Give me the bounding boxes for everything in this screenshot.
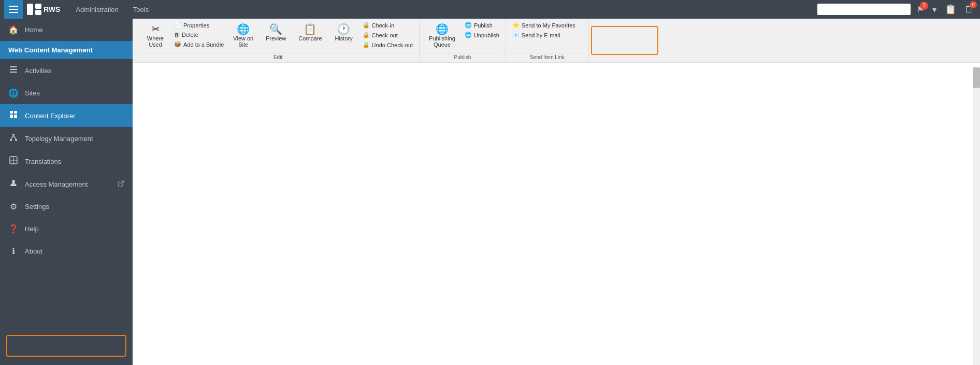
ribbon-btn-publishing-queue[interactable]: 🌐 PublishingQueue — [424, 21, 460, 51]
check-out-icon: 🔒 — [363, 32, 370, 38]
ribbon-btn-view-on-site[interactable]: 🌐 View onSite — [228, 21, 258, 51]
ribbon-col-publish-small: 🌐 Publish 🌐 Unpublish — [463, 21, 501, 39]
ribbon-btn-check-out[interactable]: 🔒 Check-out — [361, 31, 415, 39]
ribbon-btn-check-out-label: Check-out — [372, 32, 398, 38]
delete-icon: 🗑 — [174, 32, 180, 38]
settings-icon: ⚙ — [8, 202, 19, 212]
sidebar-item-translations[interactable]: Translations — [0, 150, 133, 173]
ribbon-send-items: ⭐ Send to My Favorites 📧 Send by E-mail — [510, 21, 584, 51]
sidebar: 🏠 Home Web Content Management Activities… — [0, 19, 133, 365]
view-on-site-icon: 🌐 — [237, 24, 250, 34]
logo-text: RWS — [44, 5, 60, 13]
top-bar: RWS Administration Tools ⚑ 1 ▾ 📋 🗒 0 — [0, 0, 980, 19]
ribbon-btn-check-in[interactable]: 🔒 Check-in — [361, 21, 415, 30]
clipboard-icon[interactable]: 📋 — [943, 2, 958, 17]
svg-rect-6 — [10, 111, 13, 114]
sidebar-item-topology[interactable]: Topology Management — [0, 127, 133, 150]
publish-icon: 🌐 — [465, 22, 472, 29]
sidebar-item-activities-label: Activities — [25, 67, 51, 75]
sidebar-bottom-highlight — [6, 335, 126, 357]
sidebar-item-content-explorer-label: Content Explorer — [25, 112, 76, 120]
ribbon-btn-delete-label: Delete — [182, 32, 198, 38]
home-icon: 🏠 — [8, 25, 19, 35]
sidebar-item-sites[interactable]: 🌐 Sites — [0, 82, 133, 104]
ribbon-btn-send-by-email[interactable]: 📧 Send by E-mail — [510, 31, 578, 39]
ribbon-btn-add-to-bundle-label: Add to a Bundle — [183, 41, 224, 48]
svg-rect-7 — [14, 111, 17, 114]
badge-zero-icon[interactable]: 🗒 0 — [962, 2, 976, 17]
sidebar-item-access-management[interactable]: Access Management — [0, 173, 133, 195]
top-navigation: Administration Tools — [68, 0, 156, 19]
nav-administration[interactable]: Administration — [68, 0, 125, 19]
external-link-icon — [118, 180, 124, 188]
add-to-bundle-icon: 📦 — [174, 41, 181, 48]
ribbon-btn-publish[interactable]: 🌐 Publish — [463, 21, 501, 30]
svg-line-14 — [13, 136, 16, 139]
where-used-icon: ✂ — [151, 24, 160, 34]
ribbon-btn-add-to-bundle[interactable]: 📦 Add to a Bundle — [172, 40, 226, 49]
svg-line-13 — [11, 136, 13, 139]
ribbon: ✂ WhereUsed 📄 Properties 🗑 Delete 📦 Add … — [133, 19, 980, 63]
activities-icon — [8, 65, 19, 76]
ribbon-btn-compare[interactable]: 📋 Compare — [293, 21, 327, 45]
notification-badge: 1 — [920, 2, 928, 10]
svg-rect-2 — [35, 10, 41, 15]
sidebar-item-help[interactable]: ❓ Help — [0, 218, 133, 240]
flag-icon[interactable]: ⚑ 1 — [915, 3, 926, 17]
sidebar-item-help-label: Help — [25, 225, 39, 233]
ribbon-btn-publish-label: Publish — [474, 22, 493, 29]
ribbon-btn-undo-check-out-label: Undo Check-out — [372, 42, 413, 48]
sidebar-item-home[interactable]: 🏠 Home — [0, 19, 133, 41]
ribbon-btn-unpublish[interactable]: 🌐 Unpublish — [463, 31, 501, 39]
scroll-indicator[interactable] — [973, 67, 980, 365]
search-input[interactable] — [817, 4, 911, 15]
sidebar-item-activities[interactable]: Activities — [0, 59, 133, 82]
publishing-queue-icon: 🌐 — [436, 24, 449, 34]
ribbon-btn-delete[interactable]: 🗑 Delete — [172, 31, 226, 39]
ribbon-btn-check-in-label: Check-in — [372, 22, 394, 29]
sidebar-item-settings[interactable]: ⚙ Settings — [0, 195, 133, 218]
unpublish-icon: 🌐 — [465, 32, 472, 38]
help-icon: ❓ — [8, 224, 19, 234]
ribbon-publish-label: Publish — [424, 53, 501, 60]
sites-icon: 🌐 — [8, 88, 19, 98]
sidebar-item-home-label: Home — [25, 26, 43, 34]
ribbon-btn-where-used[interactable]: ✂ WhereUsed — [141, 21, 170, 51]
ribbon-publish-items: 🌐 PublishingQueue 🌐 Publish 🌐 Unpublish — [424, 21, 501, 51]
ribbon-btn-unpublish-label: Unpublish — [474, 32, 499, 38]
chevron-down-icon[interactable]: ▾ — [930, 3, 939, 17]
ribbon-btn-where-used-label: WhereUsed — [147, 35, 164, 48]
svg-rect-0 — [27, 4, 33, 15]
ribbon-group-edit: ✂ WhereUsed 📄 Properties 🗑 Delete 📦 Add … — [137, 19, 420, 62]
hamburger-button[interactable] — [4, 0, 23, 19]
ribbon-btn-preview[interactable]: 🔍 Preview — [261, 21, 291, 45]
nav-tools[interactable]: Tools — [126, 0, 156, 19]
svg-rect-8 — [10, 115, 13, 118]
ribbon-btn-view-on-site-label: View onSite — [233, 35, 253, 48]
ribbon-group-send-item-link: ⭐ Send to My Favorites 📧 Send by E-mail … — [506, 19, 589, 62]
logo: RWS — [27, 4, 60, 15]
ribbon-btn-undo-check-out[interactable]: 🔒 Undo Check-out — [361, 40, 415, 49]
ribbon-send-item-link-label: Send Item Link — [510, 53, 584, 60]
svg-point-12 — [15, 139, 17, 141]
ribbon-btn-compare-label: Compare — [298, 35, 322, 41]
topology-icon — [8, 133, 19, 144]
svg-rect-9 — [14, 115, 17, 118]
preview-icon: 🔍 — [269, 24, 282, 34]
sidebar-item-content-explorer[interactable]: Content Explorer — [0, 104, 133, 127]
ribbon-group-publish: 🌐 PublishingQueue 🌐 Publish 🌐 Unpublish … — [420, 19, 506, 62]
svg-rect-1 — [35, 4, 41, 9]
sidebar-section-wcm-label: Web Content Management — [8, 46, 93, 54]
top-bar-right: ⚑ 1 ▾ 📋 🗒 0 — [817, 2, 976, 17]
compare-icon: 📋 — [304, 24, 316, 34]
svg-point-18 — [12, 180, 15, 183]
svg-rect-4 — [10, 69, 17, 70]
properties-icon: 📄 — [174, 22, 181, 29]
ribbon-btn-history[interactable]: 🕐 History — [329, 21, 358, 45]
ribbon-btn-properties[interactable]: 📄 Properties — [172, 21, 226, 30]
ribbon-btn-send-to-favorites[interactable]: ⭐ Send to My Favorites — [510, 21, 578, 30]
ribbon-edit-label: Edit — [141, 53, 415, 60]
ribbon-btn-history-label: History — [335, 35, 352, 41]
ribbon-btn-publishing-queue-label: PublishingQueue — [429, 35, 455, 48]
sidebar-item-about[interactable]: ℹ About — [0, 240, 133, 262]
